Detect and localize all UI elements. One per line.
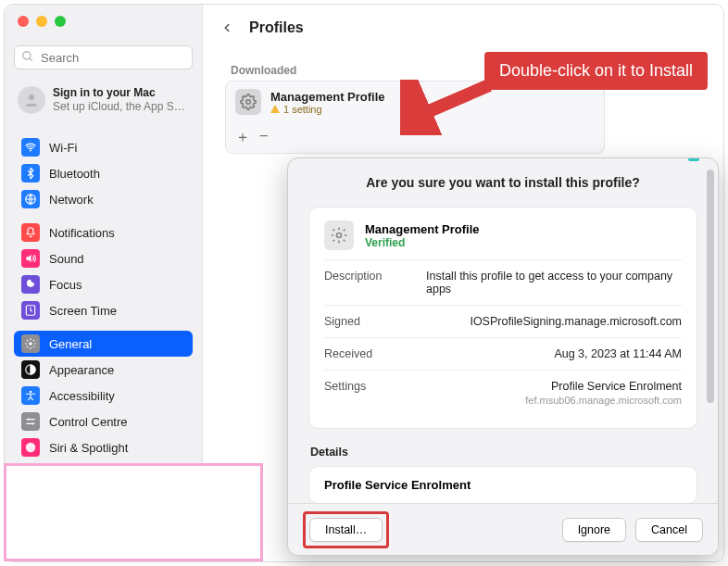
sheet-accent-icon bbox=[688, 157, 699, 161]
svg-point-0 bbox=[23, 52, 31, 59]
annotation-callout: Double-click on it to Install bbox=[484, 52, 708, 90]
sidebar-item-label: Focus bbox=[49, 278, 82, 292]
received-value: Aug 3, 2023 at 11:44 AM bbox=[426, 347, 682, 360]
sidebar-item-controlcentre-icon bbox=[21, 412, 40, 431]
annotation-arrow-icon bbox=[400, 80, 493, 135]
add-button[interactable]: ＋ bbox=[235, 128, 250, 147]
sidebar-item-wifi-icon bbox=[21, 138, 40, 157]
sidebar-item-label: Screen Time bbox=[49, 304, 117, 318]
sidebar-item-screentime-icon bbox=[21, 301, 40, 320]
page-title: Profiles bbox=[249, 19, 304, 36]
svg-point-10 bbox=[31, 422, 33, 424]
details-heading: Details bbox=[308, 442, 697, 466]
sheet-profile-name: Management Profile bbox=[365, 222, 480, 236]
profile-subtext: 1 setting bbox=[270, 104, 385, 115]
sheet-body[interactable]: Are you sure you want to install this pr… bbox=[288, 158, 718, 503]
sidebar-item-label: General bbox=[49, 337, 92, 351]
sidebar-item-label: Siri & Spotlight bbox=[49, 441, 128, 455]
sidebar-item-notifications[interactable]: Notifications bbox=[14, 220, 193, 245]
sidebar-item-label: Accessibility bbox=[49, 389, 115, 403]
sidebar-item-notifications-icon bbox=[21, 223, 40, 242]
install-confirm-sheet: Are you sure you want to install this pr… bbox=[287, 157, 719, 556]
annotation-empty-box bbox=[4, 463, 263, 561]
ignore-button[interactable]: Ignore bbox=[562, 518, 626, 542]
settings-key: Settings bbox=[324, 380, 408, 406]
svg-point-3 bbox=[30, 150, 31, 152]
sidebar-item-label: Wi-Fi bbox=[49, 141, 77, 155]
settings-value: Profile Service Enrolment bbox=[426, 380, 682, 393]
window-controls bbox=[18, 16, 66, 27]
svg-point-2 bbox=[29, 94, 34, 100]
sidebar-item-focus-icon bbox=[21, 275, 40, 294]
verified-label: Verified bbox=[365, 236, 480, 249]
search-input[interactable] bbox=[14, 45, 193, 69]
sidebar-item-sound-icon bbox=[21, 249, 40, 268]
profile-icon bbox=[235, 89, 261, 115]
sign-in-text: Sign in to your Mac Set up iCloud, the A… bbox=[53, 86, 185, 114]
sidebar-item-appearance[interactable]: Appearance bbox=[14, 357, 193, 383]
install-button[interactable]: Install… bbox=[309, 518, 383, 542]
svg-point-9 bbox=[28, 419, 30, 421]
sheet-title: Are you sure you want to install this pr… bbox=[308, 175, 697, 190]
zoom-window-button[interactable] bbox=[55, 16, 66, 27]
description-value: Install this profile to get access to yo… bbox=[426, 270, 682, 296]
svg-point-14 bbox=[337, 233, 342, 238]
svg-line-13 bbox=[408, 85, 489, 120]
description-key: Description bbox=[324, 270, 408, 296]
cancel-button[interactable]: Cancel bbox=[635, 518, 703, 542]
sidebar-item-network[interactable]: Network bbox=[14, 186, 193, 212]
close-window-button[interactable] bbox=[18, 16, 29, 27]
sidebar-item-wifi[interactable]: Wi-Fi bbox=[14, 134, 193, 160]
svg-line-1 bbox=[30, 58, 32, 61]
sidebar-item-general[interactable]: General bbox=[14, 331, 193, 357]
sidebar-item-general-icon bbox=[21, 334, 40, 353]
sidebar-item-accessibility[interactable]: Accessibility bbox=[14, 383, 193, 409]
sidebar-item-bluetooth-icon bbox=[21, 164, 40, 182]
search-wrap bbox=[14, 45, 193, 69]
profile-info-card: Management Profile Verified Description … bbox=[308, 207, 697, 429]
settings-subvalue: fef.msub06.manage.microsoft.com bbox=[426, 395, 682, 406]
svg-point-6 bbox=[29, 342, 32, 346]
minimize-window-button[interactable] bbox=[36, 16, 47, 27]
sidebar-item-appearance-icon bbox=[21, 360, 40, 379]
toolbar: Profiles bbox=[203, 5, 723, 51]
gear-icon bbox=[324, 220, 354, 250]
sign-in-row[interactable]: Sign in to your Mac Set up iCloud, the A… bbox=[14, 81, 193, 123]
search-icon bbox=[21, 50, 34, 63]
sign-in-subtitle: Set up iCloud, the App S… bbox=[53, 100, 185, 114]
profile-name: Management Profile bbox=[270, 90, 385, 104]
svg-point-12 bbox=[246, 100, 251, 105]
sidebar-item-label: Appearance bbox=[49, 363, 114, 377]
avatar bbox=[18, 86, 45, 114]
sign-in-title: Sign in to your Mac bbox=[53, 86, 185, 100]
sidebar-item-network-icon bbox=[21, 190, 40, 208]
back-button[interactable] bbox=[216, 17, 238, 39]
sidebar-item-focus[interactable]: Focus bbox=[14, 271, 193, 297]
scrollbar[interactable] bbox=[705, 166, 716, 499]
annotation-install-highlight: Install… bbox=[303, 511, 389, 548]
sidebar-item-label: Notifications bbox=[49, 226, 115, 240]
sheet-footer: Install… Ignore Cancel bbox=[288, 503, 718, 555]
details-item: Profile Service Enrolment bbox=[324, 478, 471, 492]
sidebar-item-label: Bluetooth bbox=[49, 167, 100, 181]
remove-button[interactable]: − bbox=[259, 128, 268, 147]
sidebar-item-siri[interactable]: Siri & Spotlight bbox=[14, 434, 193, 460]
signed-value: IOSProfileSigning.manage.microsoft.com bbox=[426, 315, 682, 328]
sidebar-item-bluetooth[interactable]: Bluetooth bbox=[14, 160, 193, 186]
signed-key: Signed bbox=[324, 315, 408, 328]
sidebar-item-accessibility-icon bbox=[21, 386, 40, 405]
sidebar-item-siri-icon bbox=[21, 438, 40, 457]
received-key: Received bbox=[324, 347, 408, 360]
svg-point-8 bbox=[30, 391, 31, 393]
sidebar-item-label: Network bbox=[49, 193, 94, 207]
sidebar-item-screentime[interactable]: Screen Time bbox=[14, 297, 193, 323]
sidebar-item-sound[interactable]: Sound bbox=[14, 245, 193, 271]
details-card: Profile Service Enrolment bbox=[308, 466, 697, 503]
warning-icon bbox=[270, 105, 280, 113]
sidebar-item-label: Sound bbox=[49, 252, 84, 266]
sidebar-item-controlcentre[interactable]: Control Centre bbox=[14, 409, 193, 434]
sidebar-item-label: Control Centre bbox=[49, 415, 128, 429]
